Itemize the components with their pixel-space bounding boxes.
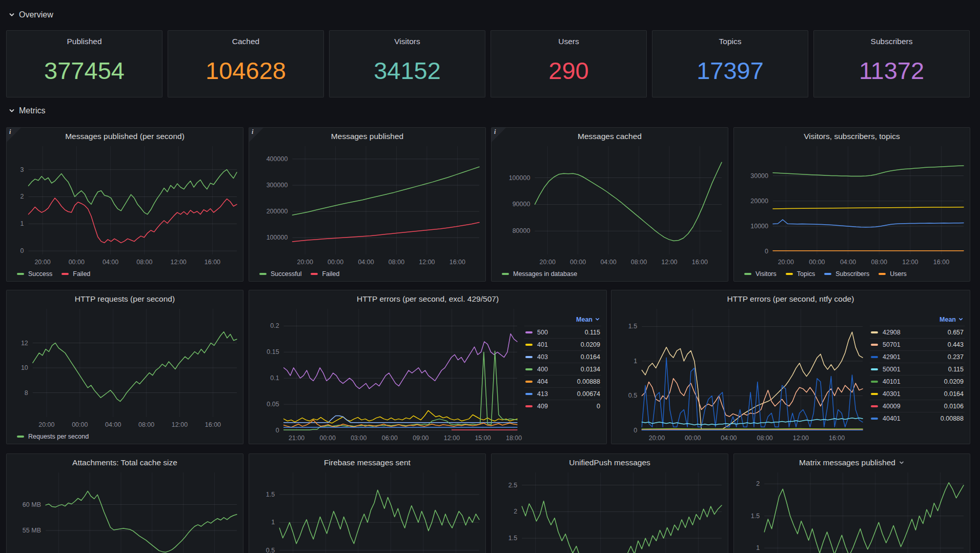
- legend-table-row[interactable]: 4040.00888: [524, 375, 601, 387]
- legend-mean-value: 0.0106: [944, 403, 965, 410]
- legend: Requests per second: [17, 433, 89, 440]
- x-axis-tick-label: 16:00: [692, 259, 708, 266]
- legend-table-row[interactable]: 4000.0134: [524, 363, 601, 375]
- chart-canvas[interactable]: 20:0000:0004:0008:0012:0016:002.521.51: [492, 454, 728, 553]
- y-axis-tick-label: 0.2: [270, 322, 279, 329]
- chart-panel: iMessages cached20:0000:0004:0008:0012:0…: [491, 127, 728, 282]
- panel-info-icon[interactable]: i: [492, 128, 506, 142]
- x-axis-tick-label: 16:00: [933, 259, 949, 266]
- stat-panel-title[interactable]: Users: [491, 37, 646, 46]
- legend-item[interactable]: Users: [879, 270, 907, 278]
- chart-panel: UnifiedPush messages20:0000:0004:0008:00…: [491, 453, 728, 553]
- legend-mean-sort-header[interactable]: Mean: [870, 313, 965, 326]
- chart-panel: iMessages published20:0000:0004:0008:001…: [249, 127, 486, 282]
- chart-canvas[interactable]: 20:0000:0004:0008:0012:0016:003210: [7, 128, 243, 281]
- chart-canvas[interactable]: 20:0000:0004:0008:0012:0016:004000003000…: [249, 128, 485, 281]
- legend-label: 42901: [883, 353, 901, 361]
- series-line: [33, 332, 237, 402]
- stat-value: 17397: [652, 46, 808, 95]
- stat-panel-title[interactable]: Topics: [652, 37, 808, 46]
- section-row-overview[interactable]: Overview: [8, 10, 53, 19]
- legend-item[interactable]: Failed: [311, 270, 339, 278]
- legend-item[interactable]: Messages in database: [502, 270, 577, 278]
- chart-canvas[interactable]: 20:0000:0004:0008:0012:0016:0021.51: [734, 454, 970, 553]
- x-axis-tick-label: 04:00: [600, 259, 616, 266]
- stat-panel-title[interactable]: Cached: [168, 37, 323, 46]
- legend-mean-header-label: Mean: [940, 316, 956, 323]
- panel-title[interactable]: Matrix messages published: [749, 458, 954, 468]
- chart-canvas[interactable]: 20:0000:0004:0008:0012:0016:0060 MB55 MB: [7, 454, 243, 553]
- panel-title[interactable]: HTTP errors (per second, ntfy code): [627, 294, 954, 304]
- chevron-down-icon: [899, 460, 905, 466]
- legend-table-row[interactable]: 404010.00888: [870, 412, 965, 424]
- panel-title[interactable]: Visitors, subscribers, topics: [749, 131, 954, 142]
- stat-panel-title[interactable]: Published: [7, 37, 162, 46]
- legend-series-color-chip: [871, 344, 878, 346]
- chart-panel: HTTP errors (per second, ntfy code)20:00…: [611, 290, 970, 444]
- x-axis-tick-label: 06:00: [382, 434, 398, 442]
- legend-mean-value: 0.0164: [581, 353, 601, 361]
- stat-panel: Topics17397: [652, 30, 808, 97]
- legend: VisitorsTopicsSubscribersUsers: [744, 270, 907, 278]
- x-axis-tick-label: 16:00: [205, 421, 221, 428]
- legend-item[interactable]: Visitors: [744, 270, 777, 278]
- chart-canvas[interactable]: 20:0000:0004:0008:0012:0016:0012108: [7, 290, 243, 444]
- legend-item[interactable]: Topics: [786, 270, 815, 278]
- legend-table-row[interactable]: 400090.0106: [870, 400, 965, 412]
- x-axis-tick-label: 00:00: [320, 434, 336, 442]
- stat-panel: Subscribers11372: [813, 30, 970, 97]
- legend-item[interactable]: Subscribers: [824, 270, 869, 278]
- panel-title[interactable]: Messages published: [264, 131, 470, 142]
- stat-value: 104628: [168, 46, 323, 95]
- chart-canvas[interactable]: 20:0000:0004:0008:0012:0016:001000009000…: [492, 128, 728, 281]
- panel-title[interactable]: HTTP errors (per second, excl. 429/507): [264, 294, 591, 304]
- legend-table-row[interactable]: 429010.237: [870, 350, 965, 363]
- legend-table-row[interactable]: 4010.0209: [524, 338, 601, 350]
- legend-item[interactable]: Failed: [62, 270, 90, 278]
- x-axis-tick-label: 18:00: [506, 434, 522, 442]
- panel-info-icon[interactable]: i: [249, 128, 263, 142]
- x-axis-tick-label: 16:00: [450, 259, 465, 266]
- chart-canvas[interactable]: 20:0000:0004:0008:0012:0016:003000020000…: [734, 128, 970, 281]
- legend-mean-sort-header[interactable]: Mean: [524, 313, 601, 326]
- series-line: [522, 501, 722, 553]
- y-axis-tick-label: 1.5: [751, 512, 760, 520]
- legend-series-color-chip: [525, 344, 533, 346]
- stat-panel-title[interactable]: Subscribers: [814, 37, 969, 46]
- legend: SuccessfulFailed: [259, 270, 340, 278]
- legend-series-color-chip: [525, 368, 533, 370]
- legend-table-row[interactable]: 429080.657: [870, 326, 965, 338]
- legend-series-color-chip: [17, 273, 24, 275]
- legend-item[interactable]: Success: [17, 270, 52, 278]
- legend-item[interactable]: Successful: [259, 270, 301, 278]
- legend-table-row[interactable]: 4130.00674: [524, 387, 601, 400]
- stat-panel-title[interactable]: Visitors: [330, 37, 485, 46]
- legend-table-row[interactable]: 507010.443: [870, 338, 965, 350]
- legend-table-row[interactable]: 5000.115: [524, 326, 601, 338]
- legend-table-row[interactable]: 500010.115: [870, 363, 965, 375]
- panel-title[interactable]: HTTP requests (per second): [22, 294, 228, 304]
- y-axis-tick-label: 0.5: [628, 392, 637, 399]
- panel-title[interactable]: Messages published (per second): [22, 131, 228, 142]
- panel-title[interactable]: UnifiedPush messages: [507, 458, 712, 468]
- legend-mean-value: 0.443: [948, 341, 965, 348]
- legend-item[interactable]: Requests per second: [17, 433, 89, 440]
- legend-table-row[interactable]: 4090: [524, 400, 601, 412]
- section-row-metrics[interactable]: Metrics: [8, 106, 46, 115]
- panel-title[interactable]: Firebase messages sent: [264, 458, 470, 468]
- legend-table-row[interactable]: 401010.0209: [870, 375, 965, 387]
- legend-table-row[interactable]: 403010.0164: [870, 387, 965, 400]
- legend-series-color-chip: [871, 331, 878, 333]
- legend-series-color-chip: [744, 273, 751, 275]
- legend-label: 40101: [883, 378, 901, 385]
- chart-canvas[interactable]: 20:0000:0004:0008:0012:0016:001.510.5: [249, 454, 485, 553]
- legend-table-row[interactable]: 4030.0164: [524, 350, 601, 363]
- legend-label: 50701: [883, 341, 901, 348]
- panel-title[interactable]: Messages cached: [507, 131, 712, 142]
- panel-info-icon[interactable]: i: [7, 128, 21, 142]
- x-axis-tick-label: 00:00: [570, 259, 586, 266]
- panel-title[interactable]: Attachments: Total cache size: [22, 458, 228, 468]
- legend-label: Messages in database: [513, 270, 577, 278]
- panel-title-text: Messages published: [331, 132, 403, 141]
- panel-title-text: Matrix messages published: [799, 458, 895, 467]
